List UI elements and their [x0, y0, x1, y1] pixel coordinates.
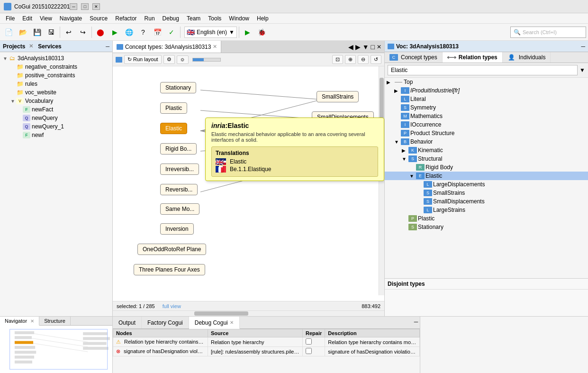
- left-panel-close[interactable]: ─: [106, 44, 109, 49]
- tab-menu-arrow[interactable]: ▼: [362, 43, 369, 51]
- tab-close-area[interactable]: ✕: [377, 44, 381, 50]
- tab-close-button[interactable]: ✕: [213, 44, 217, 50]
- row2-repair-checkbox[interactable]: [306, 348, 312, 354]
- tab-maximize[interactable]: □: [371, 43, 375, 51]
- tree-newfact[interactable]: F newFact: [2, 105, 110, 114]
- layout-alt-button[interactable]: ⛭: [177, 55, 189, 64]
- full-view-button[interactable]: full view: [163, 303, 181, 309]
- filter-input[interactable]: [388, 65, 578, 75]
- stop-button[interactable]: ⬤: [94, 26, 107, 39]
- tree-newf[interactable]: F newf: [2, 131, 110, 139]
- tree-item-behavior[interactable]: ▼ B Behavior: [385, 137, 588, 146]
- concept-oneodd[interactable]: OneOddRotoRef Plane: [137, 244, 206, 255]
- run-button[interactable]: ▶: [108, 26, 121, 39]
- tree-item-ioccurrence[interactable]: I IOccurrence: [385, 120, 588, 129]
- concept-smallstrains[interactable]: SmallStrains: [317, 91, 359, 102]
- tree-behavior-toggle[interactable]: ▼: [394, 139, 401, 145]
- tree-item-literal[interactable]: L Literal: [385, 95, 588, 103]
- layout-options-button[interactable]: ⚙: [163, 55, 175, 64]
- zoom-in-button[interactable]: ⊕: [345, 55, 356, 64]
- language-selector[interactable]: 🇬🇧 English (en) ▼: [184, 27, 237, 38]
- right-tab-concept-types[interactable]: C Concept types: [385, 52, 443, 63]
- concept-types-tab[interactable]: Concept types: 3dAnalysis180313 ✕: [113, 41, 221, 53]
- debug2-button[interactable]: 🐞: [255, 26, 269, 39]
- save-all-button[interactable]: 🖫: [45, 26, 58, 39]
- concept-stationary[interactable]: Stationary: [160, 82, 196, 93]
- concept-plastic[interactable]: Plastic: [160, 102, 187, 114]
- tree-item-plastic[interactable]: P Plastic: [385, 214, 588, 223]
- web-button[interactable]: 🌐: [122, 26, 136, 39]
- concept-same-mo[interactable]: Same Mo...: [160, 203, 199, 215]
- services-tab[interactable]: Services: [38, 43, 61, 50]
- tab-nav-forward[interactable]: ▶: [355, 43, 361, 51]
- tree-negative-constraints[interactable]: 📁 negative_constraints: [2, 63, 110, 71]
- navigator-tab-close[interactable]: ✕: [30, 318, 34, 324]
- tree-vocabulary[interactable]: ▼ V Vocabulary: [2, 97, 110, 105]
- tree-root-toggle[interactable]: ▼: [3, 56, 9, 61]
- output-tab[interactable]: Output: [113, 317, 142, 328]
- menu-source[interactable]: Source: [86, 14, 111, 23]
- tree-item-largedisplacements[interactable]: L LargeDisplacements: [385, 180, 588, 189]
- tree-item-rigid-body[interactable]: R Rigid Body: [385, 163, 588, 172]
- menu-navigate[interactable]: Navigate: [56, 14, 86, 23]
- close-button[interactable]: ✕: [92, 3, 100, 10]
- horizontal-scrollbar[interactable]: [113, 310, 384, 316]
- open-button[interactable]: 📂: [16, 26, 29, 39]
- redo-button[interactable]: ↪: [76, 26, 90, 39]
- menu-team[interactable]: Team: [183, 14, 204, 23]
- tree-newquery1[interactable]: Q newQuery_1: [2, 122, 110, 131]
- tree-item-largestrains[interactable]: L LargeStrains: [385, 206, 588, 214]
- tree-root-3danalysis[interactable]: ▼ 🗂 3dAnalysis180313: [2, 54, 110, 63]
- menu-help[interactable]: Help: [253, 14, 272, 23]
- zoom-out-button[interactable]: ⊖: [358, 55, 369, 64]
- tree-item-top[interactable]: ▶ Top: [385, 78, 588, 86]
- right-tab-relation-types[interactable]: ⟷ Relation types: [443, 52, 503, 63]
- tree-item-kinematic[interactable]: ▶ K Kinematic: [385, 146, 588, 155]
- calendar-button[interactable]: 📅: [151, 26, 164, 39]
- bottom-panel-close[interactable]: ─: [412, 317, 420, 328]
- debug-tab-close[interactable]: ✕: [230, 320, 234, 325]
- concept-rigid-body[interactable]: Rigid Bo...: [160, 143, 197, 155]
- structure-tab[interactable]: Structure: [39, 317, 71, 325]
- right-panel-close[interactable]: ─: [581, 43, 585, 50]
- projects-tab-close-icon[interactable]: ✕: [29, 43, 33, 49]
- factory-cogui-tab[interactable]: Factory Cogui: [142, 317, 189, 328]
- save-button[interactable]: 💾: [30, 26, 44, 39]
- tree-iprod-toggle[interactable]: ▶: [394, 88, 401, 93]
- tree-voc-website[interactable]: 📁 voc_website: [2, 88, 110, 97]
- tree-kinematic-toggle[interactable]: ▶: [402, 148, 408, 153]
- zoom-reset-button[interactable]: ↺: [371, 55, 381, 64]
- tree-structural-toggle[interactable]: ▼: [402, 156, 408, 162]
- right-tab-individuals[interactable]: 👤 Individuals: [503, 52, 551, 63]
- restore-button[interactable]: □: [81, 3, 89, 10]
- tree-item-product-structure[interactable]: P Product Structure: [385, 129, 588, 137]
- menu-window[interactable]: Window: [225, 14, 253, 23]
- menu-file[interactable]: File: [2, 14, 18, 23]
- filter-dropdown-arrow[interactable]: ▼: [579, 67, 585, 73]
- tree-newquery[interactable]: Q newQuery: [2, 114, 110, 122]
- concept-inversion[interactable]: Inversion: [160, 223, 194, 235]
- tree-positive-constraints[interactable]: 📁 positive_constraints: [2, 71, 110, 80]
- menu-run[interactable]: Run: [141, 14, 159, 23]
- zoom-fit-button[interactable]: ⊡: [332, 55, 343, 64]
- debug-cogui-tab[interactable]: Debug Cogui ✕: [189, 317, 240, 329]
- tree-item-elastic[interactable]: ▼ E Elastic: [385, 172, 588, 180]
- scrollbar-thumb-h[interactable]: [194, 311, 249, 316]
- concept-threeplanes[interactable]: Three Planes Four Axes: [134, 264, 205, 275]
- run-layout-button[interactable]: ↻ Run layout: [124, 55, 162, 64]
- tree-item-smallstrains[interactable]: S SmallStrains: [385, 189, 588, 197]
- row1-repair-checkbox[interactable]: [306, 338, 312, 345]
- tree-vocab-toggle[interactable]: ▼: [10, 99, 16, 104]
- menu-view[interactable]: View: [36, 14, 56, 23]
- tree-elastic-toggle[interactable]: ▼: [409, 173, 416, 179]
- check-button[interactable]: ✓: [165, 26, 178, 39]
- tree-item-iproduitsind[interactable]: ▶ I IProduitIndustriel[fr]: [385, 86, 588, 95]
- undo-button[interactable]: ↩: [62, 26, 75, 39]
- concept-irreversib[interactable]: Irreversib...: [160, 164, 199, 175]
- tree-item-stationary[interactable]: S Stationary: [385, 223, 588, 231]
- tree-item-symmetry[interactable]: S Symmetry: [385, 103, 588, 112]
- tree-rules[interactable]: 📁 rules: [2, 80, 110, 88]
- help-button[interactable]: ?: [136, 26, 150, 39]
- tree-item-smalldisplacements[interactable]: S SmallDisplacements: [385, 197, 588, 206]
- tree-item-structural[interactable]: ▼ S Structural: [385, 155, 588, 163]
